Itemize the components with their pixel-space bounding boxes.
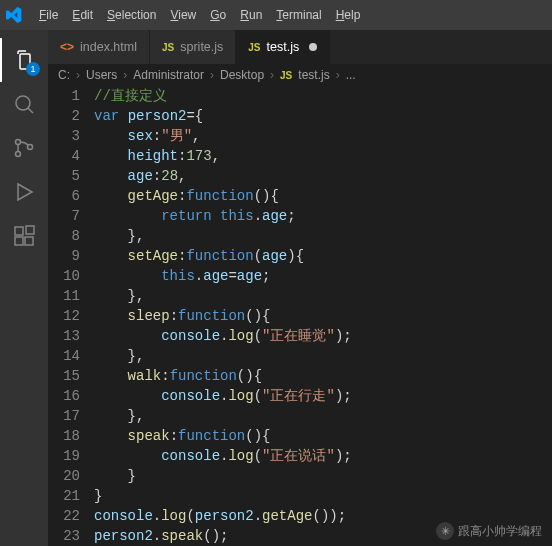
breadcrumb-segment[interactable]: Users (86, 68, 117, 82)
chevron-right-icon: › (123, 68, 127, 82)
code-line[interactable]: sleep:function(){ (94, 306, 552, 326)
breadcrumb-segment[interactable]: Administrator (133, 68, 204, 82)
line-number: 9 (48, 246, 80, 266)
tab-label: sprite.js (180, 40, 223, 54)
code-line[interactable]: } (94, 466, 552, 486)
breadcrumb-file[interactable]: test.js (298, 68, 329, 82)
line-number: 10 (48, 266, 80, 286)
svg-rect-8 (26, 226, 34, 234)
code-line[interactable]: height:173, (94, 146, 552, 166)
menu-help[interactable]: Help (329, 0, 368, 30)
code-line[interactable]: getAge:function(){ (94, 186, 552, 206)
line-number: 20 (48, 466, 80, 486)
code-line[interactable]: console.log("正在说话"); (94, 446, 552, 466)
code-line[interactable]: }, (94, 226, 552, 246)
line-number: 7 (48, 206, 80, 226)
breadcrumb-segment[interactable]: C: (58, 68, 70, 82)
line-number: 3 (48, 126, 80, 146)
tab-label: test.js (267, 40, 300, 54)
line-number: 16 (48, 386, 80, 406)
menu-selection[interactable]: Selection (100, 0, 163, 30)
activity-bar: 1 (0, 30, 48, 546)
line-number: 14 (48, 346, 80, 366)
menu-view[interactable]: View (163, 0, 203, 30)
tab-bar: <>index.htmlJSsprite.jsJStest.js (48, 30, 552, 64)
breadcrumb-trailing[interactable]: ... (346, 68, 356, 82)
menu-file[interactable]: File (32, 0, 65, 30)
code-line[interactable]: setAge:function(age){ (94, 246, 552, 266)
svg-point-3 (16, 152, 21, 157)
chevron-right-icon: › (76, 68, 80, 82)
line-number: 18 (48, 426, 80, 446)
code-line[interactable]: } (94, 486, 552, 506)
tab-label: index.html (80, 40, 137, 54)
js-file-icon: JS (248, 42, 260, 53)
line-number: 21 (48, 486, 80, 506)
code-editor[interactable]: 123456789101112131415161718192021222324 … (48, 86, 552, 546)
svg-point-4 (28, 145, 33, 150)
line-number: 6 (48, 186, 80, 206)
line-number: 8 (48, 226, 80, 246)
menu-edit[interactable]: Edit (65, 0, 100, 30)
line-number: 11 (48, 286, 80, 306)
watermark: ✳ 跟高小帅学编程 (436, 522, 542, 540)
chevron-right-icon: › (210, 68, 214, 82)
code-line[interactable]: sex:"男", (94, 126, 552, 146)
code-line[interactable]: age:28, (94, 166, 552, 186)
svg-line-1 (28, 108, 33, 113)
line-number: 5 (48, 166, 80, 186)
code-content[interactable]: //直接定义var person2={ sex:"男", height:173,… (94, 86, 552, 546)
line-gutter: 123456789101112131415161718192021222324 (48, 86, 94, 546)
chevron-right-icon: › (336, 68, 340, 82)
dirty-indicator-icon (309, 43, 317, 51)
tab-test-js[interactable]: JStest.js (236, 30, 330, 64)
line-number: 12 (48, 306, 80, 326)
line-number: 2 (48, 106, 80, 126)
tab-sprite-js[interactable]: JSsprite.js (150, 30, 236, 64)
line-number: 23 (48, 526, 80, 546)
svg-point-0 (16, 96, 30, 110)
code-line[interactable]: }, (94, 406, 552, 426)
code-line[interactable]: console.log("正在行走"); (94, 386, 552, 406)
chevron-right-icon: › (270, 68, 274, 82)
breadcrumb[interactable]: C:›Users›Administrator›Desktop›JStest.js… (48, 64, 552, 86)
line-number: 4 (48, 146, 80, 166)
menu-terminal[interactable]: Terminal (269, 0, 328, 30)
code-line[interactable]: }, (94, 286, 552, 306)
activity-source-control[interactable] (0, 126, 48, 170)
code-line[interactable]: console.log("正在睡觉"); (94, 326, 552, 346)
code-line[interactable]: var person2={ (94, 106, 552, 126)
watermark-text: 跟高小帅学编程 (458, 523, 542, 540)
svg-point-2 (16, 140, 21, 145)
tab-index-html[interactable]: <>index.html (48, 30, 150, 64)
code-line[interactable]: //直接定义 (94, 86, 552, 106)
activity-search[interactable] (0, 82, 48, 126)
svg-rect-5 (15, 227, 23, 235)
svg-rect-6 (15, 237, 23, 245)
js-file-icon: JS (280, 70, 292, 81)
js-file-icon: JS (162, 42, 174, 53)
code-line[interactable]: this.age=age; (94, 266, 552, 286)
code-line[interactable]: }, (94, 346, 552, 366)
line-number: 17 (48, 406, 80, 426)
code-line[interactable]: walk:function(){ (94, 366, 552, 386)
activity-extensions[interactable] (0, 214, 48, 258)
svg-rect-7 (25, 237, 33, 245)
line-number: 1 (48, 86, 80, 106)
code-line[interactable]: return this.age; (94, 206, 552, 226)
code-line[interactable]: speak:function(){ (94, 426, 552, 446)
breadcrumb-segment[interactable]: Desktop (220, 68, 264, 82)
editor-area: <>index.htmlJSsprite.jsJStest.js C:›User… (48, 30, 552, 546)
line-number: 13 (48, 326, 80, 346)
line-number: 22 (48, 506, 80, 526)
wechat-icon: ✳ (436, 522, 454, 540)
activity-run-debug[interactable] (0, 170, 48, 214)
app-logo (6, 7, 22, 23)
title-bar: File Edit Selection View Go Run Terminal… (0, 0, 552, 30)
line-number: 19 (48, 446, 80, 466)
explorer-badge: 1 (26, 62, 40, 76)
activity-explorer[interactable]: 1 (0, 38, 48, 82)
menu-run[interactable]: Run (233, 0, 269, 30)
html-file-icon: <> (60, 40, 74, 54)
menu-go[interactable]: Go (203, 0, 233, 30)
